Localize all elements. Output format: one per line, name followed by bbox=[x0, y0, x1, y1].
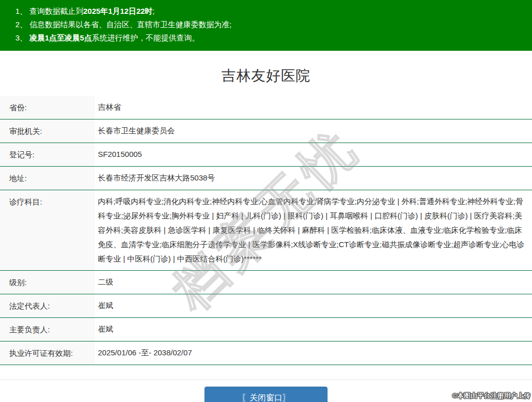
table-row: 诊疗科目:内科;呼吸内科专业;消化内科专业;神经内科专业;心血管内科专业;肾病学… bbox=[0, 190, 532, 271]
notice-list: 1、 查询数据截止到2025年1月12日22时;2、 信息数据结果以各省、自治区… bbox=[15, 5, 532, 45]
table-row: 登记号:SF20150005 bbox=[0, 143, 532, 167]
hospital-name-title: 吉林友好医院 bbox=[0, 66, 532, 86]
field-value: 2025/01/06 -至- 2038/02/07 bbox=[95, 341, 532, 365]
table-row: 执业许可证有效期:2025/01/06 -至- 2038/02/07 bbox=[0, 341, 532, 365]
notice-banner: 1、 查询数据截止到2025年1月12日22时;2、 信息数据结果以各省、自治区… bbox=[0, 0, 532, 51]
field-label: 登记号: bbox=[0, 143, 95, 166]
close-window-button[interactable]: 〖关闭窗口〗 bbox=[204, 387, 328, 402]
field-label: 法定代表人: bbox=[0, 294, 95, 317]
field-value: 长春市经济开发区吉林大路5038号 bbox=[95, 167, 532, 190]
field-label: 诊疗科目: bbox=[0, 190, 95, 270]
notice-item: 1、 查询数据截止到2025年1月12日22时; bbox=[15, 5, 532, 18]
table-row: 审批机关:长春市卫生健康委员会 bbox=[0, 119, 532, 143]
field-label: 级别: bbox=[0, 271, 95, 294]
field-value: 内科;呼吸内科专业;消化内科专业;神经内科专业;心血管内科专业;肾病学专业;内分… bbox=[95, 190, 532, 270]
field-label: 执业许可证有效期: bbox=[0, 341, 95, 365]
table-row: 地址:长春市经济开发区吉林大路5038号 bbox=[0, 167, 532, 190]
field-value: 崔斌 bbox=[95, 294, 532, 317]
hospital-info-table: 省份:吉林省审批机关:长春市卫生健康委员会登记号:SF20150005地址:长春… bbox=[0, 96, 532, 365]
table-row: 主要负责人:崔斌 bbox=[0, 318, 532, 341]
notice-item: 3、 凌晨1点至凌晨5点系统进行维护，不能提供查询。 bbox=[15, 31, 532, 45]
table-row: 法定代表人:崔斌 bbox=[0, 294, 532, 318]
notice-item: 2、 信息数据结果以各省、自治区、直辖市卫生健康委数据为准; bbox=[15, 18, 532, 31]
field-label: 审批机关: bbox=[0, 119, 95, 143]
field-value: 长春市卫生健康委员会 bbox=[95, 119, 532, 143]
table-row: 级别:二级 bbox=[0, 271, 532, 294]
field-value: 吉林省 bbox=[95, 96, 532, 119]
field-label: 主要负责人: bbox=[0, 318, 95, 341]
field-value: 二级 bbox=[95, 271, 532, 294]
field-label: 地址: bbox=[0, 167, 95, 190]
table-row: 省份:吉林省 bbox=[0, 96, 532, 119]
license-query-page: 1、 查询数据截止到2025年1月12日22时;2、 信息数据结果以各省、自治区… bbox=[0, 0, 532, 402]
footer-bar: 〖关闭窗口〗 bbox=[0, 379, 532, 402]
field-value: 崔斌 bbox=[95, 318, 532, 341]
field-label: 省份: bbox=[0, 96, 95, 119]
field-value: SF20150005 bbox=[95, 143, 532, 166]
